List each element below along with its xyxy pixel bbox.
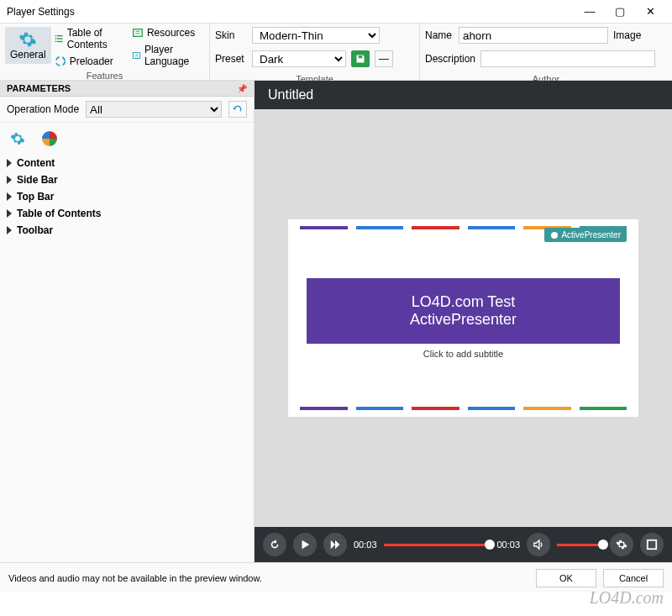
svg-rect-1 — [56, 35, 62, 36]
status-text: Videos and audio may not be available in… — [8, 573, 529, 583]
close-button[interactable]: ✕ — [635, 2, 665, 22]
spinner-icon — [55, 55, 66, 67]
general-label: General — [10, 49, 46, 61]
elapsed-time: 00:03 — [354, 540, 377, 550]
main-area: PARAMETERS 📌 Operation Mode All Content … — [0, 81, 672, 562]
play-button[interactable] — [293, 533, 317, 556]
preloader-button[interactable]: Preloader — [55, 55, 129, 67]
bottom-colorbar — [300, 407, 627, 410]
svg-text:A: A — [135, 54, 139, 58]
volume-icon — [533, 539, 544, 550]
tree-item-content[interactable]: Content — [7, 155, 247, 171]
title-bar: Player Settings — ▢ ✕ — [0, 0, 672, 24]
svg-rect-2 — [55, 38, 55, 39]
slide-body: LO4D.com Test ActivePresenter Click to a… — [300, 278, 627, 359]
tree-item-toolbar[interactable]: Toolbar — [7, 222, 247, 239]
gear-settings-icon[interactable] — [10, 131, 25, 146]
save-preset-button[interactable] — [351, 50, 370, 67]
skin-select[interactable]: Modern-Thin — [252, 27, 380, 44]
tree-item-toc[interactable]: Table of Contents — [7, 205, 247, 222]
resources-button[interactable]: Resources — [132, 27, 204, 39]
replay-icon — [269, 539, 281, 550]
preset-label: Preset — [215, 53, 247, 65]
replay-button[interactable] — [263, 533, 286, 556]
preview-canvas: ActivePresenter LO4D.com Test ActivePres… — [255, 109, 672, 527]
footer: Videos and audio may not be available in… — [0, 562, 672, 592]
record-icon — [550, 231, 559, 240]
ribbon: General Table of Contents Preloader Reso… — [0, 24, 672, 81]
svg-rect-7 — [134, 29, 143, 37]
general-button[interactable]: General — [5, 27, 51, 64]
pin-icon[interactable]: 📌 — [237, 84, 247, 93]
play-icon — [299, 539, 311, 550]
player-language-button[interactable]: A Player Language — [132, 44, 204, 67]
resources-icon — [132, 27, 144, 39]
operation-mode-select[interactable]: All — [86, 101, 222, 118]
skin-label: Skin — [215, 29, 247, 41]
language-icon: A — [132, 50, 141, 61]
total-time: 00:03 — [496, 540, 520, 550]
activepresenter-badge: ActivePresenter — [544, 228, 627, 242]
panel-toolbar — [0, 123, 254, 155]
toc-button[interactable]: Table of Contents — [55, 27, 129, 50]
maximize-button[interactable]: ▢ — [605, 2, 635, 22]
preview-title: Untitled — [255, 81, 672, 109]
progress-bar[interactable] — [384, 544, 491, 546]
fast-forward-button[interactable] — [323, 533, 347, 556]
caret-icon — [7, 209, 12, 218]
caret-icon — [7, 192, 12, 201]
cancel-button[interactable]: Cancel — [603, 569, 664, 587]
slide-subtitle[interactable]: Click to add subtitle — [300, 349, 627, 359]
svg-rect-3 — [56, 38, 62, 39]
save-icon — [355, 54, 365, 64]
window-title: Player Settings — [7, 6, 575, 18]
svg-rect-11 — [648, 540, 657, 550]
minimize-button[interactable]: — — [575, 2, 605, 22]
name-label: Name — [425, 29, 454, 41]
settings-button[interactable] — [610, 533, 633, 556]
svg-rect-0 — [55, 35, 55, 36]
author-name-field[interactable] — [459, 27, 608, 44]
ok-button[interactable]: OK — [536, 569, 596, 587]
image-label: Image — [613, 29, 641, 41]
svg-rect-5 — [56, 41, 62, 42]
fullscreen-button[interactable] — [640, 533, 664, 556]
parameters-panel: PARAMETERS 📌 Operation Mode All Content … — [0, 81, 255, 562]
desc-label: Description — [425, 53, 475, 65]
svg-rect-4 — [55, 41, 55, 42]
svg-point-10 — [551, 232, 558, 239]
color-chart-icon[interactable] — [42, 131, 57, 146]
caret-icon — [7, 176, 12, 184]
parameters-header: PARAMETERS 📌 — [0, 81, 254, 97]
remove-preset-button[interactable]: — — [375, 50, 393, 67]
volume-slider[interactable] — [557, 544, 603, 546]
volume-button[interactable] — [527, 533, 550, 556]
refresh-button[interactable] — [228, 101, 247, 118]
gear-icon — [18, 30, 37, 49]
operation-mode-label: Operation Mode — [7, 103, 79, 115]
svg-point-6 — [55, 57, 65, 66]
playbar: 00:03 00:03 — [255, 527, 672, 562]
slide: ActivePresenter LO4D.com Test ActivePres… — [288, 219, 638, 417]
slide-title: LO4D.com Test ActivePresenter — [307, 278, 620, 344]
fullscreen-icon — [646, 539, 658, 550]
preview-pane: Untitled ActivePresenter LO4D.com Test A… — [255, 81, 672, 562]
refresh-icon — [233, 104, 243, 114]
caret-icon — [7, 159, 12, 167]
list-icon — [55, 33, 64, 45]
gear-icon — [616, 539, 627, 550]
author-desc-field[interactable] — [480, 50, 655, 67]
preset-select[interactable]: Dark — [252, 50, 346, 67]
caret-icon — [7, 226, 12, 234]
parameters-tree: Content Side Bar Top Bar Table of Conten… — [0, 155, 254, 239]
tree-item-sidebar[interactable]: Side Bar — [7, 171, 247, 188]
tree-item-topbar[interactable]: Top Bar — [7, 188, 247, 205]
forward-icon — [329, 539, 341, 550]
